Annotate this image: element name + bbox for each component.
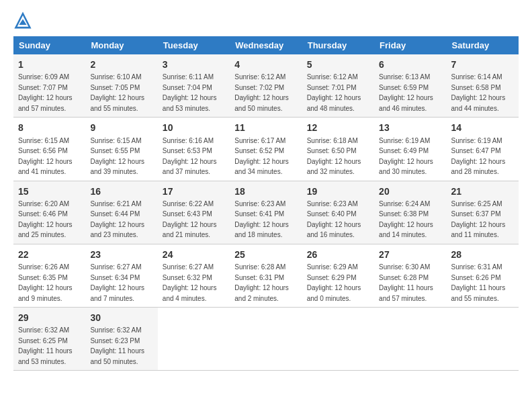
day-info: Sunrise: 6:21 AM Sunset: 6:44 PM Dayligh… bbox=[90, 200, 144, 239]
day-number: 12 bbox=[307, 121, 369, 134]
day-info: Sunrise: 6:23 AM Sunset: 6:41 PM Dayligh… bbox=[234, 200, 289, 239]
header-row: SundayMondayTuesdayWednesdayThursdayFrid… bbox=[13, 36, 519, 54]
day-number: 18 bbox=[234, 185, 297, 198]
day-cell: 3Sunrise: 6:11 AM Sunset: 7:04 PM Daylig… bbox=[158, 54, 230, 118]
day-info: Sunrise: 6:25 AM Sunset: 6:37 PM Dayligh… bbox=[451, 200, 506, 239]
day-number: 17 bbox=[163, 185, 225, 198]
day-info: Sunrise: 6:12 AM Sunset: 7:02 PM Dayligh… bbox=[234, 73, 289, 112]
day-info: Sunrise: 6:30 AM Sunset: 6:28 PM Dayligh… bbox=[379, 263, 433, 302]
day-number: 26 bbox=[307, 248, 369, 261]
week-row-2: 8Sunrise: 6:15 AM Sunset: 6:56 PM Daylig… bbox=[13, 118, 519, 181]
day-cell: 9Sunrise: 6:15 AM Sunset: 6:55 PM Daylig… bbox=[85, 118, 157, 181]
week-row-3: 15Sunrise: 6:20 AM Sunset: 6:46 PM Dayli… bbox=[13, 181, 519, 244]
day-cell: 21Sunrise: 6:25 AM Sunset: 6:37 PM Dayli… bbox=[447, 181, 519, 244]
day-cell: 20Sunrise: 6:24 AM Sunset: 6:38 PM Dayli… bbox=[374, 181, 446, 244]
day-number: 19 bbox=[307, 185, 369, 198]
header-cell-wednesday: Wednesday bbox=[230, 36, 302, 54]
day-info: Sunrise: 6:11 AM Sunset: 7:04 PM Dayligh… bbox=[163, 73, 217, 112]
day-info: Sunrise: 6:17 AM Sunset: 6:52 PM Dayligh… bbox=[234, 137, 289, 176]
day-number: 30 bbox=[90, 311, 152, 324]
day-info: Sunrise: 6:24 AM Sunset: 6:38 PM Dayligh… bbox=[379, 200, 433, 239]
day-cell: 5Sunrise: 6:12 AM Sunset: 7:01 PM Daylig… bbox=[302, 54, 374, 118]
day-cell bbox=[374, 308, 446, 371]
day-number: 23 bbox=[90, 248, 152, 261]
day-cell: 22Sunrise: 6:26 AM Sunset: 6:35 PM Dayli… bbox=[13, 244, 85, 307]
day-cell: 14Sunrise: 6:19 AM Sunset: 6:47 PM Dayli… bbox=[447, 118, 519, 181]
day-number: 20 bbox=[379, 185, 441, 198]
day-cell: 30Sunrise: 6:32 AM Sunset: 6:23 PM Dayli… bbox=[85, 308, 157, 371]
day-cell: 19Sunrise: 6:23 AM Sunset: 6:40 PM Dayli… bbox=[302, 181, 374, 244]
day-number: 22 bbox=[18, 248, 81, 261]
week-row-1: 1Sunrise: 6:09 AM Sunset: 7:07 PM Daylig… bbox=[13, 54, 519, 118]
day-number: 9 bbox=[90, 121, 152, 134]
day-info: Sunrise: 6:12 AM Sunset: 7:01 PM Dayligh… bbox=[307, 73, 361, 112]
day-number: 14 bbox=[451, 121, 514, 134]
week-row-5: 29Sunrise: 6:32 AM Sunset: 6:25 PM Dayli… bbox=[13, 308, 519, 371]
logo bbox=[13, 11, 35, 30]
day-cell bbox=[447, 308, 519, 371]
day-number: 8 bbox=[18, 121, 81, 134]
day-cell: 8Sunrise: 6:15 AM Sunset: 6:56 PM Daylig… bbox=[13, 118, 85, 181]
header-cell-monday: Monday bbox=[85, 36, 157, 54]
day-cell: 12Sunrise: 6:18 AM Sunset: 6:50 PM Dayli… bbox=[302, 118, 374, 181]
day-info: Sunrise: 6:10 AM Sunset: 7:05 PM Dayligh… bbox=[90, 73, 144, 112]
day-cell: 23Sunrise: 6:27 AM Sunset: 6:34 PM Dayli… bbox=[85, 244, 157, 307]
day-info: Sunrise: 6:14 AM Sunset: 6:58 PM Dayligh… bbox=[451, 73, 506, 112]
day-info: Sunrise: 6:13 AM Sunset: 6:59 PM Dayligh… bbox=[379, 73, 433, 112]
header-cell-friday: Friday bbox=[374, 36, 446, 54]
day-number: 28 bbox=[451, 248, 514, 261]
day-cell: 24Sunrise: 6:27 AM Sunset: 6:32 PM Dayli… bbox=[158, 244, 230, 307]
day-cell: 4Sunrise: 6:12 AM Sunset: 7:02 PM Daylig… bbox=[230, 54, 302, 118]
day-cell: 18Sunrise: 6:23 AM Sunset: 6:41 PM Dayli… bbox=[230, 181, 302, 244]
day-number: 2 bbox=[90, 58, 152, 71]
day-cell: 1Sunrise: 6:09 AM Sunset: 7:07 PM Daylig… bbox=[13, 54, 85, 118]
day-number: 4 bbox=[234, 58, 297, 71]
day-info: Sunrise: 6:23 AM Sunset: 6:40 PM Dayligh… bbox=[307, 200, 361, 239]
header bbox=[13, 11, 519, 30]
day-info: Sunrise: 6:32 AM Sunset: 6:23 PM Dayligh… bbox=[90, 326, 144, 365]
day-cell: 17Sunrise: 6:22 AM Sunset: 6:43 PM Dayli… bbox=[158, 181, 230, 244]
day-info: Sunrise: 6:19 AM Sunset: 6:47 PM Dayligh… bbox=[451, 137, 506, 176]
header-cell-sunday: Sunday bbox=[13, 36, 85, 54]
day-cell: 26Sunrise: 6:29 AM Sunset: 6:29 PM Dayli… bbox=[302, 244, 374, 307]
day-cell bbox=[158, 308, 230, 371]
day-number: 29 bbox=[18, 311, 81, 324]
day-cell: 29Sunrise: 6:32 AM Sunset: 6:25 PM Dayli… bbox=[13, 308, 85, 371]
day-info: Sunrise: 6:27 AM Sunset: 6:32 PM Dayligh… bbox=[163, 263, 217, 302]
day-info: Sunrise: 6:09 AM Sunset: 7:07 PM Dayligh… bbox=[18, 73, 73, 112]
day-number: 1 bbox=[18, 58, 81, 71]
day-info: Sunrise: 6:18 AM Sunset: 6:50 PM Dayligh… bbox=[307, 137, 361, 176]
day-cell: 15Sunrise: 6:20 AM Sunset: 6:46 PM Dayli… bbox=[13, 181, 85, 244]
day-cell: 28Sunrise: 6:31 AM Sunset: 6:26 PM Dayli… bbox=[447, 244, 519, 307]
day-cell: 13Sunrise: 6:19 AM Sunset: 6:49 PM Dayli… bbox=[374, 118, 446, 181]
day-number: 10 bbox=[163, 121, 225, 134]
day-info: Sunrise: 6:28 AM Sunset: 6:31 PM Dayligh… bbox=[234, 263, 289, 302]
day-number: 16 bbox=[90, 185, 152, 198]
day-cell: 7Sunrise: 6:14 AM Sunset: 6:58 PM Daylig… bbox=[447, 54, 519, 118]
day-cell: 25Sunrise: 6:28 AM Sunset: 6:31 PM Dayli… bbox=[230, 244, 302, 307]
day-number: 21 bbox=[451, 185, 514, 198]
day-cell: 6Sunrise: 6:13 AM Sunset: 6:59 PM Daylig… bbox=[374, 54, 446, 118]
calendar-table: SundayMondayTuesdayWednesdayThursdayFrid… bbox=[13, 36, 519, 371]
day-info: Sunrise: 6:20 AM Sunset: 6:46 PM Dayligh… bbox=[18, 200, 73, 239]
day-cell: 10Sunrise: 6:16 AM Sunset: 6:53 PM Dayli… bbox=[158, 118, 230, 181]
day-info: Sunrise: 6:26 AM Sunset: 6:35 PM Dayligh… bbox=[18, 263, 73, 302]
day-number: 24 bbox=[163, 248, 225, 261]
logo-icon bbox=[13, 11, 32, 30]
day-number: 3 bbox=[163, 58, 225, 71]
day-info: Sunrise: 6:15 AM Sunset: 6:55 PM Dayligh… bbox=[90, 137, 144, 176]
day-cell: 11Sunrise: 6:17 AM Sunset: 6:52 PM Dayli… bbox=[230, 118, 302, 181]
page: SundayMondayTuesdayWednesdayThursdayFrid… bbox=[0, 0, 532, 377]
day-number: 13 bbox=[379, 121, 441, 134]
day-number: 5 bbox=[307, 58, 369, 71]
day-info: Sunrise: 6:19 AM Sunset: 6:49 PM Dayligh… bbox=[379, 137, 433, 176]
day-info: Sunrise: 6:16 AM Sunset: 6:53 PM Dayligh… bbox=[163, 137, 217, 176]
day-info: Sunrise: 6:27 AM Sunset: 6:34 PM Dayligh… bbox=[90, 263, 144, 302]
day-cell: 2Sunrise: 6:10 AM Sunset: 7:05 PM Daylig… bbox=[85, 54, 157, 118]
day-number: 11 bbox=[234, 121, 297, 134]
day-info: Sunrise: 6:29 AM Sunset: 6:29 PM Dayligh… bbox=[307, 263, 361, 302]
day-cell: 27Sunrise: 6:30 AM Sunset: 6:28 PM Dayli… bbox=[374, 244, 446, 307]
day-cell: 16Sunrise: 6:21 AM Sunset: 6:44 PM Dayli… bbox=[85, 181, 157, 244]
day-number: 27 bbox=[379, 248, 441, 261]
header-cell-thursday: Thursday bbox=[302, 36, 374, 54]
